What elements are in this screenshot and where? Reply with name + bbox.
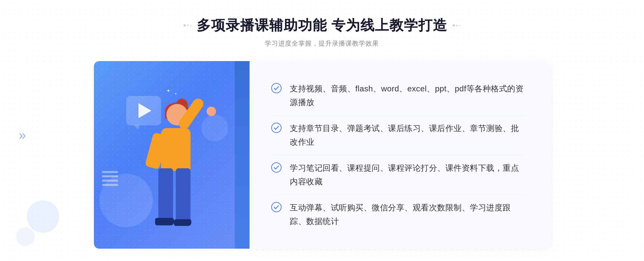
page-title: 多项录播课辅助功能 专为线上教学打造 <box>197 16 447 35</box>
feature-item-1: 支持视频、音频、flash、word、excel、ppt、pdf等各种格式的资源… <box>271 76 526 115</box>
chevron-icon: » <box>19 129 26 141</box>
content-area: ✦ ✦ <box>94 61 550 249</box>
check-icon-4 <box>271 202 282 212</box>
feature-text-2: 支持章节目录、弹题考试、课后练习、课后作业、章节测验、批改作业 <box>290 121 526 149</box>
svg-point-3 <box>272 202 281 212</box>
svg-point-0 <box>272 83 281 93</box>
dot-3 <box>190 25 191 26</box>
feature-text-4: 互动弹幕、试听购买、微信分享、观看次数限制、学习进度跟踪、数据统计 <box>290 201 526 228</box>
header-section: 多项录播课辅助功能 专为线上教学打造 学习进度全掌握，提升录播课教学效果 <box>184 16 460 48</box>
feature-item-4: 互动弹幕、试听购买、微信分享、观看次数限制、学习进度跟踪、数据统计 <box>271 195 526 234</box>
dot-4 <box>453 24 455 27</box>
dot-decoration-left <box>184 24 191 27</box>
svg-point-1 <box>272 123 281 133</box>
person-shoe-left <box>155 218 174 225</box>
check-icon-3 <box>271 162 282 173</box>
page-chevron-decoration: » <box>19 129 26 141</box>
dot-6 <box>459 25 460 26</box>
title-row: 多项录播课辅助功能 专为线上教学打造 <box>184 16 460 35</box>
deco-circle-1 <box>27 200 59 233</box>
feature-item-2: 支持章节目录、弹题考试、课后练习、课后作业、章节测验、批改作业 <box>271 115 526 155</box>
deco-circle-2 <box>16 227 35 246</box>
page-wrapper: » 多项录播课辅助功能 专为线上教学打造 学习进度全掌握，提升录播课教学效果 <box>0 0 644 261</box>
illustration-panel: ✦ ✦ <box>94 61 250 249</box>
figure-container <box>110 93 223 249</box>
blue-side-bar <box>235 61 250 249</box>
dot-5 <box>456 25 458 26</box>
page-subtitle: 学习进度全掌握，提升录播课教学效果 <box>184 39 460 48</box>
dot-1 <box>184 24 186 27</box>
star-icon-1: ✦ <box>166 88 170 94</box>
person-illustration <box>123 99 209 249</box>
feature-text-3: 学习笔记回看、课程提问、课程评论打分、课件资料下载，重点内容收藏 <box>290 161 526 188</box>
dot-2 <box>187 25 189 26</box>
person-hand-right <box>207 107 216 116</box>
svg-point-2 <box>272 163 281 172</box>
feature-item-3: 学习笔记回看、课程提问、课程评论打分、课件资料下载，重点内容收藏 <box>271 155 526 195</box>
dot-decoration-right <box>453 24 460 27</box>
check-icon-1 <box>271 83 282 94</box>
features-panel: 支持视频、音频、flash、word、excel、ppt、pdf等各种格式的资源… <box>250 61 550 249</box>
feature-text-1: 支持视频、音频、flash、word、excel、ppt、pdf等各种格式的资源… <box>290 82 526 109</box>
person-body <box>161 128 191 171</box>
person-leg-right <box>176 168 191 222</box>
person-shoe-right <box>174 219 191 226</box>
person-leg-left <box>158 168 173 222</box>
check-icon-2 <box>271 122 282 133</box>
